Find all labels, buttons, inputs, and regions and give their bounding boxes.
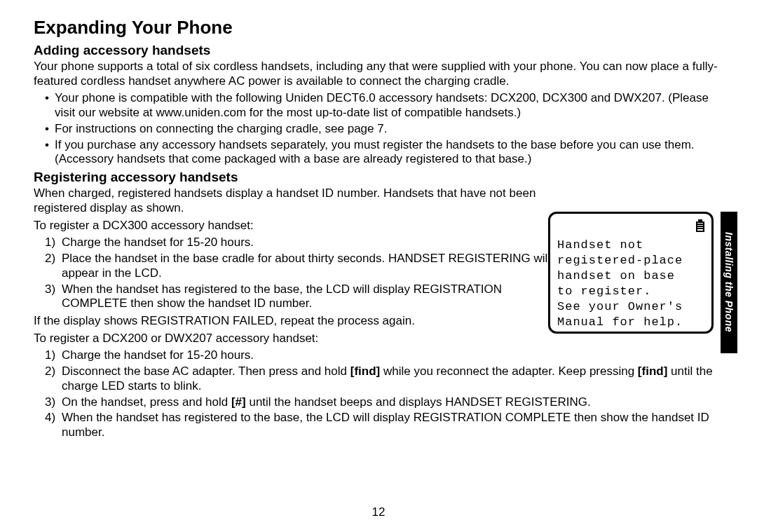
step-item: Place the handset in the base cradle for… — [62, 252, 552, 280]
step-item: On the handset, press and hold [#] until… — [62, 395, 730, 410]
key-find: [find] — [350, 364, 380, 378]
step-item: When the handset has registered to the b… — [62, 282, 552, 311]
step-item: Charge the handset for 15-20 hours. — [62, 236, 552, 250]
text: Disconnect the base AC adapter. Then pre… — [62, 364, 350, 378]
bullet-item: Your phone is compatible with the follow… — [55, 91, 730, 120]
paragraph: When charged, registered handsets displa… — [34, 186, 538, 215]
page-title: Expanding Your Phone — [34, 17, 730, 39]
step-item: Charge the handset for 15-20 hours. — [62, 348, 730, 363]
text: On the handset, press and hold — [62, 395, 231, 409]
text: while you reconnect the adapter. Keep pr… — [380, 364, 638, 378]
section-heading-registering: Registering accessory handsets — [34, 170, 730, 185]
manual-page: Expanding Your Phone Adding accessory ha… — [0, 0, 757, 532]
bullet-list: Your phone is compatible with the follow… — [34, 91, 730, 167]
steps-list-dcx200: Charge the handset for 15-20 hours. Disc… — [34, 348, 730, 439]
step-item: When the handset has registered to the b… — [62, 411, 730, 439]
side-tab: Installing the Phone — [721, 212, 737, 353]
steps-list-dcx300: Charge the handset for 15-20 hours. Plac… — [34, 236, 552, 311]
battery-icon — [696, 219, 704, 232]
key-find: [find] — [638, 364, 667, 378]
lcd-text: Handset not registered-place handset on … — [557, 238, 704, 331]
bullet-item: For instructions on connecting the charg… — [55, 122, 730, 137]
section-heading-adding: Adding accessory handsets — [34, 43, 730, 58]
paragraph: To register a DCX300 accessory handset: — [34, 219, 538, 233]
lcd-screen: Handset not registered-place handset on … — [548, 212, 714, 334]
bullet-item: If you purchase any accessory handsets s… — [55, 138, 730, 167]
intro-paragraph: Your phone supports a total of six cordl… — [34, 60, 730, 88]
text: until the handset beeps and displays HAN… — [246, 395, 591, 409]
step-item: Disconnect the base AC adapter. Then pre… — [62, 364, 730, 393]
side-tab-label: Installing the Phone — [723, 232, 735, 332]
page-number: 12 — [0, 505, 757, 519]
key-hash: [#] — [231, 395, 246, 409]
